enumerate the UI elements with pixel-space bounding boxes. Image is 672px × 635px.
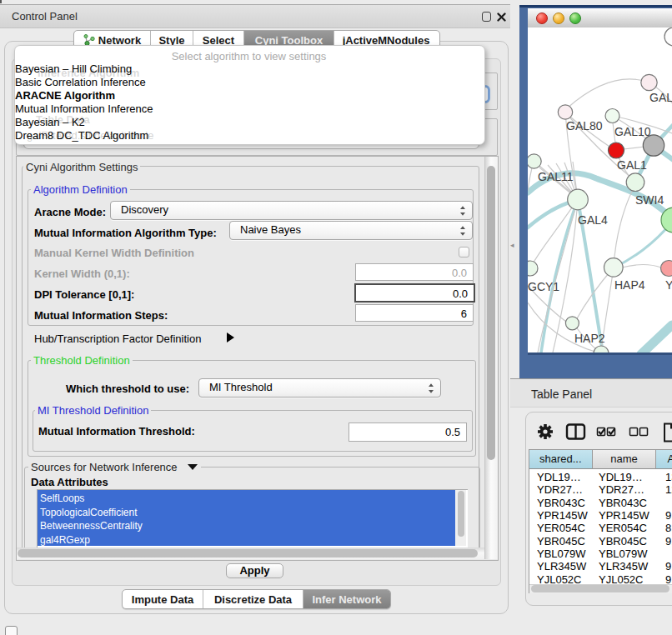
svg-text:GAL80: GAL80 <box>566 119 603 132</box>
svg-text:GAL1: GAL1 <box>617 158 647 172</box>
svg-text:HAP4: HAP4 <box>614 278 645 292</box>
svg-text:HAP2: HAP2 <box>574 332 605 345</box>
svg-text:GAL10: GAL10 <box>614 125 651 138</box>
svg-text:GAL11: GAL11 <box>538 170 574 183</box>
svg-text:GAL4: GAL4 <box>578 213 608 227</box>
svg-text:GCY1: GCY1 <box>528 280 559 293</box>
svg-text:Y: Y <box>665 278 672 292</box>
svg-text:SWI4: SWI4 <box>635 193 664 207</box>
svg-text:GAL: GAL <box>649 91 672 104</box>
